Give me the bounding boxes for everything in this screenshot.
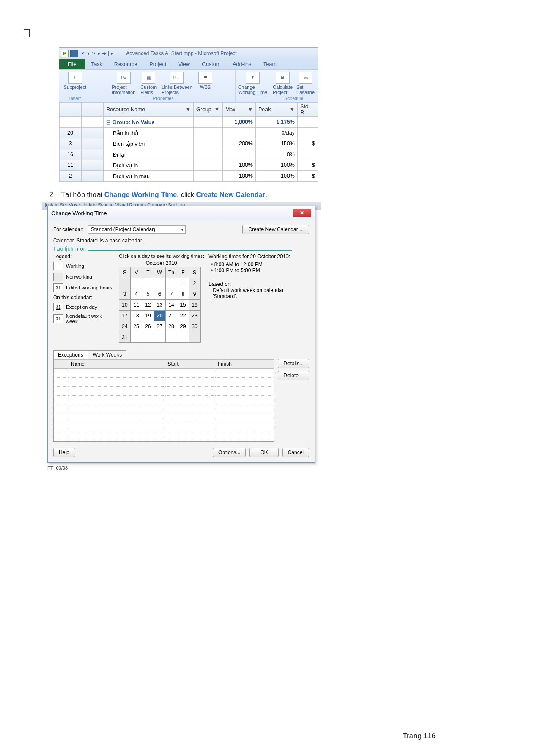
- col-start[interactable]: Start: [165, 360, 215, 369]
- help-button[interactable]: Help: [53, 448, 75, 457]
- dow-w: W: [154, 267, 166, 278]
- calculate-project-button[interactable]: 🖩Calculate Project: [273, 72, 293, 95]
- custom-fields-label: Custom Fields: [140, 85, 157, 95]
- change-working-time-button[interactable]: 🗓Change Working Time: [238, 72, 267, 95]
- legend-nonworking-label: Nonworking: [66, 274, 92, 279]
- table-row[interactable]: 3Biên tập viên200%150%$: [60, 138, 318, 149]
- resource-grid: Resource Name▼ Group▼ Max.▼ Peak▼ Std. R…: [59, 102, 318, 182]
- delete-button[interactable]: Delete: [278, 371, 309, 380]
- tab-project[interactable]: Project: [143, 59, 172, 69]
- bullet-square: [24, 29, 30, 37]
- set-baseline-button[interactable]: ▭Set Baseline: [296, 72, 315, 95]
- details-button[interactable]: Details...: [278, 359, 309, 368]
- group-insert-label: Insert: [69, 96, 81, 101]
- qat-dropdown-icon[interactable]: | ▾: [108, 50, 113, 56]
- legend-edited-icon: 31: [53, 283, 63, 292]
- annotation-line: [88, 250, 292, 251]
- close-button[interactable]: ✕: [293, 209, 311, 217]
- custom-fields-icon: ▦: [142, 72, 155, 84]
- titlebar: P ↶ ▾ ↷ ▾ ➔ | ▾ Advanced Tasks A_Start.m…: [59, 48, 318, 59]
- create-new-calendar-button[interactable]: Create New Calendar ...: [242, 225, 309, 234]
- table-row[interactable]: 2Dịch vụ in màu100%100%$: [60, 171, 318, 182]
- col-group[interactable]: Group▼: [194, 103, 223, 117]
- tab-resource[interactable]: Resource: [108, 59, 144, 69]
- links-between-button[interactable]: P↔Links Between Projects: [161, 72, 192, 95]
- baseline-label: Set Baseline: [296, 85, 315, 95]
- legend-nondefault-icon: 31: [53, 314, 63, 323]
- tab-team[interactable]: Team: [257, 59, 283, 69]
- legend-exception-label: Exception day: [66, 304, 97, 310]
- tab-exceptions[interactable]: Exceptions: [53, 350, 88, 359]
- undo-icon[interactable]: ↶ ▾: [82, 50, 90, 56]
- col-peak[interactable]: Peak▼: [256, 103, 298, 117]
- subproject-button[interactable]: P Subproject: [64, 72, 87, 90]
- table-row[interactable]: 20Bản in thử0/day: [60, 128, 318, 138]
- ribbon: P Subproject Insert P≡Project Informatio…: [59, 69, 318, 102]
- project-info-label: Project Information: [112, 85, 135, 95]
- legend-edited-label: Edited working hours: [66, 285, 112, 290]
- calendar-icon: 🗓: [246, 72, 260, 84]
- legend: Legend: Working Nonworking 31Edited work…: [53, 254, 114, 343]
- col-name[interactable]: Name: [68, 360, 165, 369]
- dow-s2: S: [189, 267, 201, 278]
- project-info-button[interactable]: P≡Project Information: [112, 72, 135, 95]
- for-calendar-label: For calendar:: [53, 226, 84, 232]
- custom-fields-button[interactable]: ▦Custom Fields: [139, 72, 158, 95]
- tab-addins[interactable]: Add-Ins: [227, 59, 257, 69]
- col-resource-name[interactable]: Resource Name▼: [104, 103, 194, 117]
- tab-file[interactable]: File: [59, 59, 85, 69]
- emph-change-wt: Change Working Time: [104, 191, 177, 198]
- calendar-grid[interactable]: S M T W Th F S 12 3456789 10111213141516: [119, 267, 201, 343]
- working-time-2: 1:00 PM to 5:00 PM: [211, 267, 309, 273]
- annotation-tao-lich-moi: Tạo lịch mới: [53, 245, 85, 252]
- msproject-screenshot: P ↶ ▾ ↷ ▾ ➔ | ▾ Advanced Tasks A_Start.m…: [59, 47, 318, 182]
- change-working-time-dialog: Change Working Time ✕ For calendar: Stan…: [47, 206, 315, 463]
- legend-working-label: Working: [66, 264, 84, 269]
- dow-th: Th: [166, 267, 177, 278]
- emph-create-new-cal: Create New Calendar: [196, 191, 265, 198]
- legend-title: Legend:: [53, 254, 114, 260]
- legend-working-icon: [53, 262, 63, 270]
- forward-icon[interactable]: ➔: [102, 50, 106, 56]
- group-summary-row[interactable]: ⊟ Group: No Value 1,800% 1,175%: [60, 117, 318, 128]
- working-time-1: 8:00 AM to 12:00 PM: [211, 261, 309, 267]
- exceptions-grid[interactable]: Name Start Finish: [53, 359, 274, 442]
- dow-s: S: [119, 267, 131, 278]
- legend-exception-icon: 31: [53, 303, 63, 311]
- legend-nondefault-label: Nondefault work week: [66, 314, 114, 324]
- ok-button[interactable]: OK: [249, 448, 278, 457]
- table-row[interactable]: 16Đi lại0%: [60, 149, 318, 160]
- save-icon[interactable]: [70, 50, 78, 57]
- group-properties-label: Properties: [153, 96, 174, 101]
- calculate-icon: 🖩: [276, 72, 290, 84]
- redo-icon[interactable]: ↷ ▾: [91, 50, 100, 56]
- wbs-button[interactable]: ≣WBS: [196, 72, 215, 90]
- subproject-icon: P: [68, 72, 82, 84]
- col-max[interactable]: Max.▼: [223, 103, 256, 117]
- dialog-title: Change Working Time: [51, 210, 107, 216]
- tab-task[interactable]: Task: [85, 59, 108, 69]
- for-calendar-dropdown[interactable]: Standard (Project Calendar): [88, 225, 186, 234]
- group-schedule-label: Schedule: [284, 96, 303, 101]
- ribbon-tabs: File Task Resource Project View Custom A…: [59, 59, 318, 69]
- window-title: Advanced Tasks A_Start.mpp - Microsoft P…: [126, 50, 237, 56]
- calendar-selected-day: 20: [154, 311, 166, 321]
- col-finish[interactable]: Finish: [215, 360, 274, 369]
- wbs-label: WBS: [200, 85, 211, 90]
- tab-view[interactable]: View: [172, 59, 196, 69]
- options-button[interactable]: Options...: [213, 448, 246, 457]
- step-number: 2.: [49, 191, 55, 198]
- change-wt-label: Change Working Time: [238, 85, 267, 95]
- tab-work-weeks[interactable]: Work Weeks: [88, 350, 127, 359]
- app-icon: P: [61, 50, 69, 57]
- fit-footer-label: FTI 03/08: [47, 465, 318, 471]
- tab-custom[interactable]: Custom: [196, 59, 227, 69]
- based-on-label: Based on:: [208, 281, 309, 287]
- cancel-button[interactable]: Cancel: [282, 448, 309, 457]
- calc-label: Calculate Project: [273, 85, 293, 95]
- col-std[interactable]: Std. R: [298, 103, 318, 117]
- project-info-icon: P≡: [117, 72, 131, 84]
- table-row[interactable]: 11Dịch vụ in100%100%$: [60, 160, 318, 171]
- rownum-header: [60, 103, 82, 117]
- subproject-label: Subproject: [64, 85, 87, 90]
